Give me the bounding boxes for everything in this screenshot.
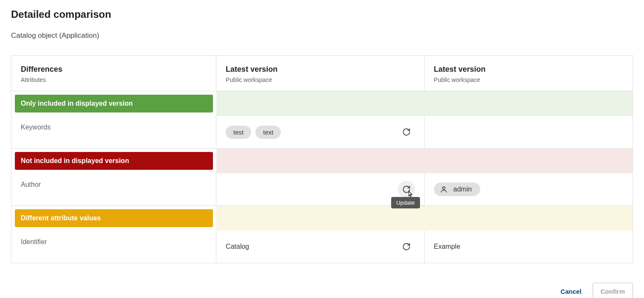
- update-button-author[interactable]: [398, 181, 415, 198]
- row-author: Author Update admin: [11, 173, 633, 206]
- author-user-chip: admin: [434, 183, 481, 196]
- header-sub-workspace-left: Public workspace: [226, 76, 414, 83]
- keyword-chip: test: [226, 126, 251, 139]
- svg-point-0: [442, 187, 445, 189]
- section-not-included: Not included in displayed version: [11, 149, 633, 173]
- header-col-differences: Differences Attributes: [11, 56, 216, 91]
- identifier-value-right: Example: [434, 243, 460, 250]
- refresh-icon: [402, 242, 411, 251]
- attr-label-keywords: Keywords: [21, 124, 50, 131]
- header-col-latest-left: Latest version Public workspace: [216, 56, 424, 91]
- comparison-table: Differences Attributes Latest version Pu…: [11, 55, 633, 263]
- row-keywords: Keywords test text: [11, 116, 633, 149]
- page-title: Detailed comparison: [11, 8, 633, 20]
- attr-label-author: Author: [21, 181, 41, 188]
- header-col-latest-right: Latest version Public workspace: [425, 56, 633, 91]
- cancel-button[interactable]: Cancel: [559, 284, 583, 298]
- section-only-included: Only included in displayed version: [11, 91, 633, 116]
- tooltip-update: Update: [391, 197, 420, 208]
- keywords-chip-container: test text: [226, 126, 281, 139]
- header-sub-workspace-right: Public workspace: [434, 76, 623, 83]
- confirm-button[interactable]: Confirm: [593, 283, 633, 298]
- attr-label-identifier: Identifier: [21, 238, 47, 245]
- header-title-latest-left: Latest version: [226, 65, 414, 74]
- section-different-values: Different attribute values: [11, 206, 633, 231]
- section-badge-different: Different attribute values: [15, 209, 213, 227]
- author-user-name: admin: [454, 186, 472, 193]
- row-identifier: Identifier Catalog Example: [11, 231, 633, 263]
- update-button-identifier[interactable]: [398, 238, 415, 255]
- user-icon: [440, 186, 448, 193]
- object-subtitle: Catalog object (Application): [11, 31, 633, 40]
- header-title-differences: Differences: [21, 65, 207, 74]
- update-button-keywords[interactable]: [398, 124, 415, 141]
- keyword-chip: text: [255, 126, 281, 139]
- section-badge-not-included: Not included in displayed version: [15, 152, 213, 170]
- dialog-footer: Cancel Confirm: [11, 283, 633, 298]
- section-badge-only-included: Only included in displayed version: [15, 95, 213, 112]
- refresh-icon: [402, 185, 411, 194]
- identifier-value-left: Catalog: [226, 243, 249, 250]
- header-sub-attributes: Attributes: [21, 76, 207, 83]
- header-title-latest-right: Latest version: [434, 65, 623, 74]
- refresh-icon: [402, 128, 411, 136]
- table-header-row: Differences Attributes Latest version Pu…: [11, 56, 633, 91]
